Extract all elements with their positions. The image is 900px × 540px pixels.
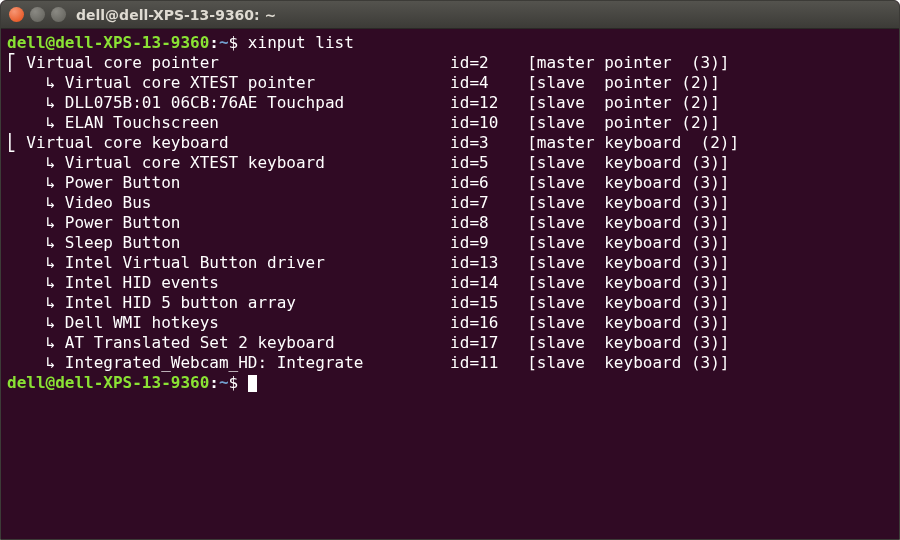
device-child: ↳ Intel Virtual Button driver id=13 [sla…	[7, 253, 893, 273]
prompt-user: dell@dell-XPS-13-9360	[7, 373, 209, 392]
device-child: ↳ Power Button id=8 [slave keyboard (3)]	[7, 213, 893, 233]
command-line: dell@dell-XPS-13-9360:~$ xinput list	[7, 33, 893, 53]
window-title: dell@dell-XPS-13-9360: ~	[76, 7, 276, 23]
device-child: ↳ Power Button id=6 [slave keyboard (3)]	[7, 173, 893, 193]
device-child: ↳ Video Bus id=7 [slave keyboard (3)]	[7, 193, 893, 213]
prompt-path: ~	[219, 33, 229, 52]
titlebar[interactable]: dell@dell-XPS-13-9360: ~	[1, 1, 899, 29]
prompt-colon: :	[209, 373, 219, 392]
device-child: ↳ Virtual core XTEST keyboard id=5 [slav…	[7, 153, 893, 173]
prompt-symbol: $	[229, 33, 239, 52]
close-icon[interactable]	[9, 7, 24, 22]
device-child: ↳ Intel HID events id=14 [slave keyboard…	[7, 273, 893, 293]
cursor-icon	[248, 375, 257, 392]
device-child: ↳ Dell WMI hotkeys id=16 [slave keyboard…	[7, 313, 893, 333]
prompt-line[interactable]: dell@dell-XPS-13-9360:~$	[7, 373, 893, 393]
window-buttons	[9, 7, 66, 22]
device-child: ↳ ELAN Touchscreen id=10 [slave pointer …	[7, 113, 893, 133]
device-child: ↳ DLL075B:01 06CB:76AE Touchpad id=12 [s…	[7, 93, 893, 113]
device-child: ↳ AT Translated Set 2 keyboard id=17 [sl…	[7, 333, 893, 353]
maximize-icon[interactable]	[51, 7, 66, 22]
command-text: xinput list	[248, 33, 354, 52]
device-child: ↳ Sleep Button id=9 [slave keyboard (3)]	[7, 233, 893, 253]
prompt-colon: :	[209, 33, 219, 52]
device-master: ⎡ Virtual core pointer id=2 [master poin…	[7, 53, 893, 73]
prompt-symbol: $	[229, 373, 239, 392]
terminal-window: dell@dell-XPS-13-9360: ~ dell@dell-XPS-1…	[0, 0, 900, 540]
terminal-body[interactable]: dell@dell-XPS-13-9360:~$ xinput list⎡ Vi…	[1, 29, 899, 539]
device-master: ⎣ Virtual core keyboard id=3 [master key…	[7, 133, 893, 153]
prompt-user: dell@dell-XPS-13-9360	[7, 33, 209, 52]
minimize-icon[interactable]	[30, 7, 45, 22]
prompt-path: ~	[219, 373, 229, 392]
device-child: ↳ Intel HID 5 button array id=15 [slave …	[7, 293, 893, 313]
device-child: ↳ Virtual core XTEST pointer id=4 [slave…	[7, 73, 893, 93]
device-child: ↳ Integrated_Webcam_HD: Integrate id=11 …	[7, 353, 893, 373]
